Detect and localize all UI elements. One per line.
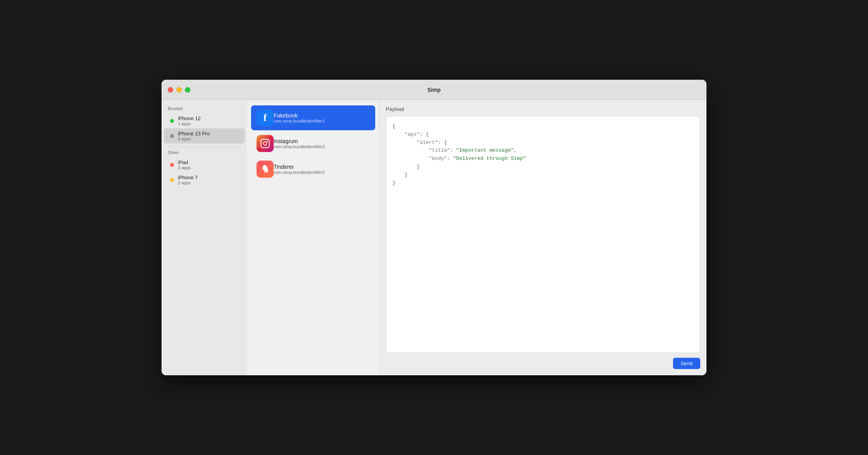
maximize-button[interactable] xyxy=(185,87,190,93)
device-info-iphone13pro: iPhone 13 Pro 3 apps xyxy=(178,131,210,141)
device-name-iphone13pro: iPhone 13 Pro xyxy=(178,131,210,136)
svg-rect-0 xyxy=(261,139,269,148)
window-controls xyxy=(168,87,190,93)
instagrum-icon xyxy=(257,135,274,152)
app-list-panel: f Fakebook com.simp.bundleIdentifier1 In… xyxy=(247,100,380,375)
json-key-title: "title" xyxy=(429,147,450,153)
sidebar-item-iphone12[interactable]: iPhone 12 1 apps xyxy=(164,113,245,128)
device-apps-ipad: 3 apps xyxy=(178,165,191,170)
other-section-label: Other xyxy=(162,150,247,157)
sidebar-item-iphone13pro[interactable]: iPhone 13 Pro 3 apps xyxy=(164,128,245,144)
json-key-alert: "alert" xyxy=(416,140,438,145)
device-apps-iphone12: 1 apps xyxy=(178,121,201,126)
sidebar-item-ipad[interactable]: iPad 3 apps xyxy=(164,157,245,172)
device-name-iphone7: iPhone 7 xyxy=(178,175,198,180)
json-value-body: "Delivered through Simp" xyxy=(453,156,526,161)
sidebar-divider xyxy=(168,147,241,147)
device-dot-iphone12 xyxy=(170,119,174,123)
json-key-aps: "aps" xyxy=(404,131,420,137)
app-item-tinderer[interactable]: Tinderer com.simp.bundleIdentifier2 xyxy=(251,157,375,182)
titlebar: Simp xyxy=(162,80,706,100)
instagrum-details: Instagrum com.simp.bundleIdentifier3 xyxy=(274,138,325,149)
json-brace-alert-close: } xyxy=(416,164,420,170)
device-info-iphone12: iPhone 12 1 apps xyxy=(178,116,201,126)
sidebar-item-iphone7[interactable]: iPhone 7 2 apps xyxy=(164,172,245,187)
booted-section-label: Booted xyxy=(162,106,247,113)
sidebar: Booted iPhone 12 1 apps iPhone 13 Pro 3 … xyxy=(162,100,247,375)
fakebook-bundle: com.simp.bundleIdentifier1 xyxy=(274,119,325,123)
tinderer-name: Tinderer xyxy=(274,164,325,170)
json-brace-open: { xyxy=(392,123,395,129)
json-brace-aps-close: } xyxy=(404,172,408,178)
json-key-body: "body" xyxy=(429,156,447,161)
content-area: Booted iPhone 12 1 apps iPhone 13 Pro 3 … xyxy=(162,100,706,375)
main-panel: Payload { "aps": { "alert": { "title": "… xyxy=(380,100,706,375)
fakebook-details: Fakebook com.simp.bundleIdentifier1 xyxy=(274,112,325,123)
main-window: Simp Booted iPhone 12 1 apps iPhone 13 P… xyxy=(162,80,706,375)
app-item-fakebook[interactable]: f Fakebook com.simp.bundleIdentifier1 xyxy=(251,105,375,130)
device-apps-iphone7: 2 apps xyxy=(178,180,198,185)
device-apps-iphone13pro: 3 apps xyxy=(178,136,210,141)
close-button[interactable] xyxy=(168,87,173,93)
fakebook-name: Fakebook xyxy=(274,112,325,119)
instagrum-bundle: com.simp.bundleIdentifier3 xyxy=(274,144,325,149)
instagrum-name: Instagrum xyxy=(274,138,325,144)
fakebook-icon: f xyxy=(257,109,274,126)
window-title: Simp xyxy=(427,87,441,93)
tinderer-icon xyxy=(257,161,274,178)
payload-footer: Send xyxy=(386,358,700,369)
device-name-iphone12: iPhone 12 xyxy=(178,116,201,121)
device-name-ipad: iPad xyxy=(178,159,191,165)
minimize-button[interactable] xyxy=(176,87,182,93)
device-dot-ipad xyxy=(170,163,174,167)
json-value-title: "Important message" xyxy=(456,147,514,153)
device-info-iphone7: iPhone 7 2 apps xyxy=(178,175,198,185)
tinderer-bundle: com.simp.bundleIdentifier2 xyxy=(274,170,325,175)
payload-editor[interactable]: { "aps": { "alert": { "title": "Importan… xyxy=(386,116,700,353)
svg-point-2 xyxy=(267,140,268,142)
device-dot-iphone7 xyxy=(170,178,174,182)
app-item-instagrum[interactable]: Instagrum com.simp.bundleIdentifier3 xyxy=(251,131,375,156)
device-info-ipad: iPad 3 apps xyxy=(178,159,191,170)
payload-label: Payload xyxy=(386,106,700,112)
json-brace-root-close: } xyxy=(392,180,395,186)
tinderer-details: Tinderer com.simp.bundleIdentifier2 xyxy=(274,164,325,175)
send-button[interactable]: Send xyxy=(673,358,700,369)
device-dot-iphone13pro xyxy=(170,134,174,138)
svg-point-1 xyxy=(264,142,267,145)
